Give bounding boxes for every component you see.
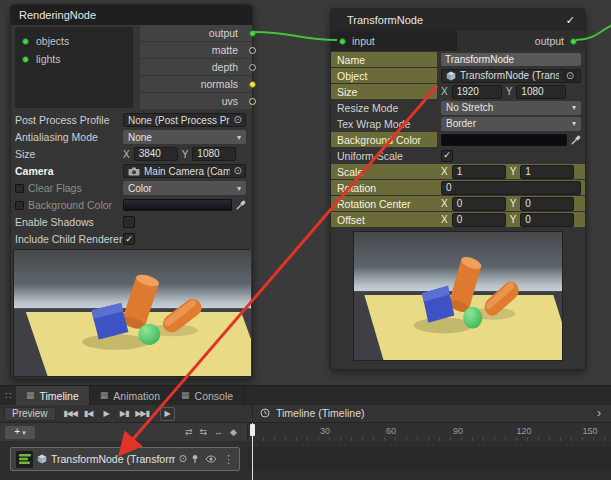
transform-node[interactable]: TransformNode ✓ input output Name Transf…	[330, 8, 586, 370]
rendering-node-ports: objects lights output matte depth	[11, 25, 252, 110]
object-picker-icon[interactable]: ⊙	[179, 454, 187, 464]
tex-wrap-mode-dropdown[interactable]: Border ▾	[441, 117, 581, 131]
timeline-asset-label: Timeline (Timeline)	[276, 407, 365, 419]
add-track-button[interactable]: + ▾	[5, 426, 35, 439]
panel-menu-icon[interactable]: ∷	[0, 386, 16, 405]
tab-timeline[interactable]: ▦ Timeline	[16, 386, 90, 405]
port-dot[interactable]	[570, 38, 577, 45]
eyedropper-icon[interactable]	[571, 135, 581, 145]
timeline-track-transformnode[interactable]: TransformNode (Transform ⊙ ⋮	[10, 447, 240, 471]
property-label: Uniform Scale	[331, 148, 437, 163]
transform-node-header[interactable]: TransformNode ✓	[331, 9, 585, 31]
input-port[interactable]: input	[331, 31, 457, 51]
next-frame-button[interactable]: ▶▮	[117, 407, 132, 421]
port-dot[interactable]	[22, 38, 29, 45]
property-label: Name	[331, 52, 437, 67]
timeline-ruler[interactable]: 30 60 90 120 150	[248, 423, 611, 441]
output-port[interactable]: output	[457, 31, 585, 51]
kebab-menu-icon[interactable]: ⋮	[223, 454, 234, 465]
offset-x-field[interactable]: 0	[452, 213, 506, 227]
rendering-node[interactable]: RenderingNode objects lights output	[10, 4, 253, 379]
output-port-output[interactable]: output	[140, 25, 252, 41]
input-ports-box: objects lights	[15, 27, 133, 108]
mix-mode-button[interactable]: ⇄	[185, 428, 193, 437]
forward-arrow-button[interactable]: ›	[594, 406, 604, 420]
dropdown-value: Color	[128, 183, 152, 194]
property-label: Enable Shadows	[15, 216, 123, 228]
eye-icon[interactable]	[205, 455, 217, 463]
dropdown-value: None	[128, 132, 152, 143]
property-row-name: Name TransformNode	[331, 52, 585, 67]
track-lane[interactable]	[248, 447, 611, 471]
port-label: objects	[36, 35, 69, 47]
name-field[interactable]: TransformNode	[441, 53, 581, 66]
object-field-value: Main Camera (Camera)	[144, 166, 230, 177]
include-child-renderers-checkbox[interactable]: ✓	[123, 233, 135, 245]
output-port-uvs[interactable]: uvs	[140, 93, 252, 109]
offset-y-field[interactable]: 0	[520, 213, 574, 227]
replace-mode-button[interactable]: ↔	[214, 428, 223, 437]
size-y-field[interactable]: 1080	[516, 85, 566, 99]
prev-frame-button[interactable]: ▮◀	[81, 407, 96, 421]
override-checkbox[interactable]	[15, 184, 24, 193]
size-x-field[interactable]: 3840	[134, 147, 178, 161]
pin-icon[interactable]	[191, 454, 199, 464]
port-dot[interactable]	[249, 64, 256, 71]
rotation-field[interactable]: 0	[441, 181, 581, 195]
play-range-button[interactable]: ▶	[160, 407, 175, 421]
input-port-lights[interactable]: lights	[15, 50, 133, 68]
background-color-swatch[interactable]	[441, 134, 567, 146]
playhead[interactable]	[250, 424, 255, 436]
background-color-swatch[interactable]	[123, 199, 232, 211]
node-enabled-checkbox[interactable]: ✓	[566, 14, 575, 27]
rendering-node-properties: Post Process Profile None (Post Process …	[11, 112, 252, 247]
marker-toggle-button[interactable]: ◆	[230, 428, 237, 437]
rotation-center-y-field[interactable]: 0	[520, 197, 574, 211]
size-y-field[interactable]: 1080	[192, 147, 236, 161]
object-picker-icon[interactable]: ⊙	[234, 115, 242, 125]
preview-toggle-button[interactable]: Preview	[4, 407, 56, 421]
output-port-depth[interactable]: depth	[140, 59, 252, 75]
enable-shadows-checkbox[interactable]	[123, 216, 135, 228]
clear-flags-dropdown[interactable]: Color ▾	[123, 181, 246, 195]
port-label: normals	[201, 78, 238, 90]
property-row-background-color: Background Color	[331, 132, 585, 147]
port-dot[interactable]	[249, 81, 256, 88]
port-dot[interactable]	[339, 38, 346, 45]
timeline-asset-selector[interactable]: Timeline (Timeline) ›	[252, 405, 611, 421]
camera-field[interactable]: Main Camera (Camera) ⊙	[123, 164, 246, 178]
rotation-center-x-field[interactable]: 0	[452, 197, 506, 211]
port-label: output	[535, 35, 564, 47]
tab-label: Console	[195, 390, 234, 402]
override-checkbox[interactable]	[15, 201, 24, 210]
antialiasing-mode-dropdown[interactable]: None ▾	[123, 130, 246, 144]
object-picker-button[interactable]: ⊙	[563, 69, 577, 82]
input-port-objects[interactable]: objects	[15, 32, 133, 50]
ripple-mode-button[interactable]: ⇆	[200, 428, 208, 437]
goto-end-button[interactable]: ▶▶▮	[135, 407, 150, 421]
goto-start-button[interactable]: ▮◀◀	[63, 407, 78, 421]
object-field[interactable]: TransformNode (Transform Node ⊙	[441, 69, 581, 83]
object-picker-icon[interactable]: ⊙	[234, 166, 242, 176]
port-dot[interactable]	[22, 56, 29, 63]
port-dot[interactable]	[249, 47, 256, 54]
port-dot[interactable]	[249, 98, 256, 105]
size-x-field[interactable]: 1920	[452, 85, 502, 99]
port-dot[interactable]	[249, 30, 256, 37]
output-port-normals[interactable]: normals	[140, 76, 252, 92]
resize-mode-dropdown[interactable]: No Stretch ▾	[441, 101, 581, 115]
property-row-background-color: Background Color	[15, 197, 252, 213]
compositor-window: RenderingNode objects lights output	[0, 0, 611, 480]
tab-console[interactable]: ▦ Console	[171, 386, 244, 405]
rendering-node-header[interactable]: RenderingNode	[11, 5, 252, 25]
play-button[interactable]: ▶	[99, 407, 114, 421]
tab-animation[interactable]: ▦ Animation	[90, 386, 171, 405]
eyedropper-icon[interactable]	[236, 200, 246, 210]
chevron-down-icon: ▾	[572, 119, 576, 128]
output-port-matte[interactable]: matte	[140, 42, 252, 58]
post-process-profile-field[interactable]: None (Post Process Profile) ⊙	[123, 113, 246, 127]
uniform-scale-checkbox[interactable]: ✓	[441, 150, 453, 162]
scale-x-field[interactable]: 1	[452, 165, 506, 179]
scale-y-field[interactable]: 1	[520, 165, 574, 179]
timeline-panel: ∷ ▦ Timeline ▦ Animation ▦ Console Previ…	[0, 385, 611, 480]
